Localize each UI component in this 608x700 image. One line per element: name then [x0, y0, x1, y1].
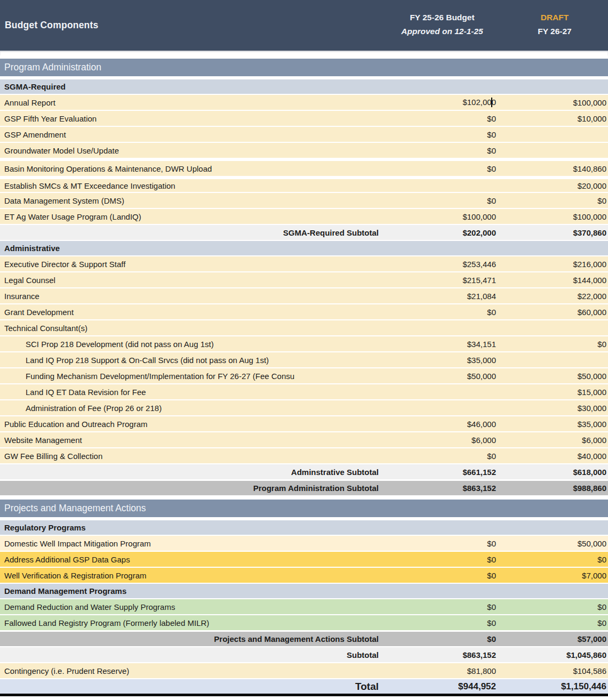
- fy2627-value-cell[interactable]: $7,000: [501, 571, 608, 580]
- fy2627-value-cell[interactable]: $100,000: [501, 98, 608, 107]
- row-label[interactable]: Public Education and Outreach Program: [0, 420, 383, 429]
- fy2627-value-cell[interactable]: $0: [501, 340, 608, 349]
- fy2526-value-cell[interactable]: $0: [383, 571, 501, 580]
- fy2526-value-cell[interactable]: $863,152: [383, 484, 501, 493]
- row-label[interactable]: Domestic Well Impact Mitigation Program: [0, 539, 383, 548]
- fy2627-value-cell[interactable]: $10,000: [501, 114, 608, 123]
- fy2526-value-cell[interactable]: $0: [383, 308, 501, 317]
- fy2526-value-cell[interactable]: $21,084: [383, 292, 501, 301]
- fy2526-value-cell[interactable]: $34,151: [383, 340, 501, 349]
- row-label[interactable]: Groundwater Model Use/Update: [0, 146, 383, 155]
- fy2627-value-cell[interactable]: $60,000: [501, 308, 608, 317]
- fy2627-value-cell[interactable]: $35,000: [501, 420, 608, 429]
- row-label[interactable]: Demand Management Programs: [0, 586, 608, 596]
- fy2526-value-cell[interactable]: $0: [383, 164, 501, 173]
- fy2526-value-cell[interactable]: $944,952: [383, 681, 501, 692]
- row-label[interactable]: Program Administration Subtotal: [0, 484, 383, 493]
- fy2526-value-cell[interactable]: $661,152: [383, 468, 501, 477]
- row-label[interactable]: Total: [0, 681, 383, 693]
- fy2526-value-cell[interactable]: $35,000: [383, 356, 501, 365]
- row-label[interactable]: Annual Report: [0, 98, 383, 107]
- fy2526-value-cell[interactable]: $0: [383, 146, 501, 155]
- row-label[interactable]: Well Verification & Registration Program: [0, 571, 383, 580]
- fy2627-value-cell[interactable]: $1,045,860: [501, 650, 608, 659]
- row-label[interactable]: Address Additional GSP Data Gaps: [0, 555, 383, 564]
- row-label[interactable]: Contingency (i.e. Prudent Reserve): [0, 666, 383, 675]
- row-label[interactable]: SGMA-Required Subtotal: [0, 228, 383, 237]
- fy2526-value-cell[interactable]: $102,000: [383, 98, 501, 107]
- fy2627-value-cell[interactable]: $216,000: [501, 260, 608, 269]
- fy2627-value-cell[interactable]: $0: [501, 602, 608, 612]
- fy2627-value-cell[interactable]: $100,000: [501, 212, 608, 221]
- fy2526-value-cell[interactable]: $0: [383, 114, 501, 123]
- row-label[interactable]: Projects and Management Actions: [0, 503, 608, 514]
- table-title[interactable]: Budget Components: [0, 0, 383, 51]
- fy2627-value-cell[interactable]: $370,860: [501, 228, 608, 237]
- row-label[interactable]: Land IQ ET Data Revision for Fee: [0, 388, 383, 397]
- fy2526-value-cell[interactable]: $0: [383, 602, 501, 612]
- row-label[interactable]: Legal Counsel: [0, 276, 383, 285]
- fy2526-value-cell[interactable]: $46,000: [383, 420, 501, 429]
- row-label[interactable]: Projects and Management Actions Subtotal: [0, 634, 383, 643]
- fy2627-value-cell[interactable]: $6,000: [501, 436, 608, 445]
- row-label[interactable]: Establish SMCs & MT Exceedance Investiga…: [0, 181, 383, 190]
- row-label[interactable]: Technical Consultant(s): [0, 324, 383, 333]
- row-label[interactable]: Administrative: [0, 244, 608, 253]
- fy2627-value-cell[interactable]: $15,000: [501, 388, 608, 397]
- fy2627-value-cell[interactable]: $22,000: [501, 292, 608, 301]
- row-label[interactable]: Basin Monitoring Operations & Maintenanc…: [0, 164, 383, 173]
- fy2526-value-cell[interactable]: $0: [383, 130, 501, 139]
- fy2526-value-cell[interactable]: $81,800: [383, 666, 501, 675]
- fy2526-value-cell[interactable]: $253,446: [383, 260, 501, 269]
- fy2627-value-cell[interactable]: $104,586: [501, 666, 608, 675]
- fy2526-value-cell[interactable]: $100,000: [383, 212, 501, 221]
- fy2627-value-cell[interactable]: $0: [501, 618, 608, 627]
- fy2526-value-cell[interactable]: $0: [383, 634, 501, 643]
- fy2627-value-cell[interactable]: $20,000: [501, 181, 608, 190]
- fy2526-value-cell[interactable]: $863,152: [383, 650, 501, 659]
- row-label[interactable]: GW Fee Billing & Collection: [0, 452, 383, 461]
- row-label[interactable]: Data Management System (DMS): [0, 196, 383, 205]
- fy2526-value-cell[interactable]: $50,000: [383, 372, 501, 381]
- fy2526-column-header[interactable]: FY 25-26 Budget Approved on 12-1-25: [383, 0, 501, 51]
- row-label[interactable]: Funding Mechanism Development/Implementa…: [0, 372, 383, 381]
- row-label[interactable]: Grant Development: [0, 308, 383, 317]
- row-label[interactable]: Insurance: [0, 292, 383, 301]
- fy2526-value-cell[interactable]: $0: [383, 618, 501, 627]
- row-label[interactable]: GSP Amendment: [0, 130, 383, 139]
- fy2627-column-header[interactable]: DRAFT FY 26-27: [501, 0, 608, 51]
- row-label[interactable]: SGMA-Required: [0, 82, 608, 91]
- fy2627-value-cell[interactable]: $140,860: [501, 164, 608, 173]
- fy2627-value-cell[interactable]: $40,000: [501, 452, 608, 461]
- row-label[interactable]: Executive Director & Support Staff: [0, 260, 383, 269]
- fy2627-value-cell[interactable]: $1,150,446: [501, 681, 608, 692]
- fy2627-value-cell[interactable]: $50,000: [501, 539, 608, 548]
- fy2627-value-cell[interactable]: $50,000: [501, 372, 608, 381]
- fy2526-value-cell[interactable]: $215,471: [383, 276, 501, 285]
- fy2627-value-cell[interactable]: $30,000: [501, 404, 608, 413]
- fy2526-value-cell[interactable]: $0: [383, 555, 501, 564]
- fy2526-value-cell[interactable]: $0: [383, 196, 501, 205]
- row-label[interactable]: ET Ag Water Usage Program (LandIQ): [0, 212, 383, 221]
- fy2627-value-cell[interactable]: $0: [501, 196, 608, 205]
- fy2627-value-cell[interactable]: $144,000: [501, 276, 608, 285]
- row-label[interactable]: SCI Prop 218 Development (did not pass o…: [0, 340, 383, 349]
- row-label[interactable]: Regulatory Programs: [0, 523, 608, 532]
- fy2627-value-cell[interactable]: $57,000: [501, 634, 608, 643]
- row-label[interactable]: Demand Reduction and Water Supply Progra…: [0, 602, 383, 612]
- fy2627-value-cell[interactable]: $0: [501, 555, 608, 564]
- fy2526-value-cell[interactable]: $0: [383, 539, 501, 548]
- row-label[interactable]: Website Management: [0, 436, 383, 445]
- fy2627-value-cell[interactable]: $988,860: [501, 484, 608, 493]
- row-label[interactable]: Adminstrative Subtotal: [0, 468, 383, 477]
- row-label[interactable]: Subtotal: [0, 650, 383, 659]
- row-label[interactable]: Administration of Fee (Prop 26 or 218): [0, 404, 383, 413]
- row-label[interactable]: Program Administration: [0, 62, 608, 73]
- row-label[interactable]: GSP Fifth Year Evaluation: [0, 114, 383, 123]
- row-label[interactable]: Fallowed Land Registry Program (Formerly…: [0, 618, 383, 627]
- row-label[interactable]: Land IQ Prop 218 Support & On-Call Srvcs…: [0, 356, 383, 365]
- fy2526-value-cell[interactable]: $0: [383, 452, 501, 461]
- fy2526-value-cell[interactable]: $202,000: [383, 228, 501, 237]
- fy2526-value-cell[interactable]: $6,000: [383, 436, 501, 445]
- fy2627-value-cell[interactable]: $618,000: [501, 468, 608, 477]
